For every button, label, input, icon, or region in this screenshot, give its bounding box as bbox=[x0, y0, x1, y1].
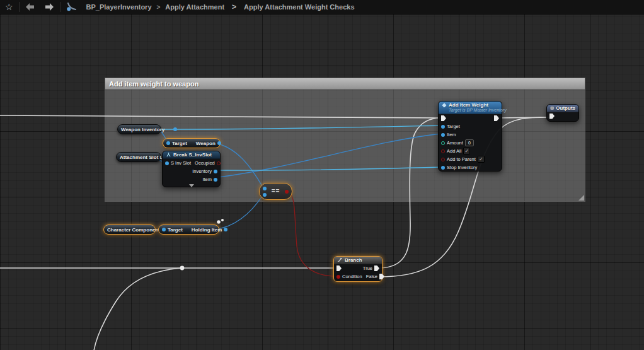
back-arrow-icon bbox=[25, 3, 35, 11]
add-to-parent-checkbox[interactable]: ✓ bbox=[478, 156, 485, 163]
add-item-weight-target-pin[interactable] bbox=[441, 125, 445, 129]
breadcrumb-separator: > bbox=[157, 4, 161, 11]
nav-forward-button[interactable] bbox=[40, 0, 59, 14]
breadcrumb-item-blueprint[interactable]: BP_PlayerInventory bbox=[86, 3, 152, 11]
add-item-weight-item-pin[interactable] bbox=[441, 133, 445, 137]
add-item-weight-amount-label: Amount bbox=[447, 140, 463, 146]
add-all-label: Add All bbox=[447, 148, 461, 154]
blueprint-asset-button[interactable] bbox=[61, 0, 83, 14]
reroute-node[interactable] bbox=[180, 266, 185, 271]
node-break-s-invslot[interactable]: Break S_InvSlot S Inv Slot Occupied Inve… bbox=[162, 151, 221, 187]
get-holding-item-target-label: Target bbox=[168, 227, 183, 233]
attachment-slot-label: Attachment Slot L bbox=[120, 155, 163, 160]
wire-exec-entry-to-add-item-weight[interactable] bbox=[0, 115, 441, 118]
function-icon bbox=[442, 103, 447, 108]
amount-value-input[interactable]: 0 bbox=[465, 139, 474, 146]
node-get-character-component[interactable]: Character Component bbox=[103, 225, 156, 235]
get-holding-item-output-label: Holding Item bbox=[192, 227, 222, 233]
branch-header[interactable]: Branch bbox=[334, 257, 382, 264]
equals-output-pin[interactable] bbox=[285, 190, 289, 194]
add-item-weight-subtitle: Target is BP Master Inventory bbox=[442, 108, 498, 114]
wire-holding-item-to-equals[interactable] bbox=[214, 196, 262, 230]
wire-equals-to-branch-condition[interactable] bbox=[288, 191, 336, 276]
breadcrumb-toolbar: ☆ BP_PlayerInventory > Apply Attachment … bbox=[0, 0, 644, 15]
get-weapon-target-label: Target bbox=[172, 141, 187, 146]
get-weapon-target-pin[interactable] bbox=[166, 141, 170, 145]
forward-arrow-icon bbox=[45, 3, 54, 11]
add-all-checkbox[interactable]: ✓ bbox=[463, 148, 470, 155]
star-icon: ☆ bbox=[5, 1, 13, 13]
wire-weapon-inventory-to-target[interactable] bbox=[156, 125, 441, 129]
node-get-attachment-slot[interactable]: Attachment Slot L bbox=[116, 152, 161, 162]
break-s-inv-slot-input-pin[interactable] bbox=[165, 161, 169, 165]
stop-inventory-label: Stop Inventory bbox=[447, 165, 477, 170]
breadcrumb-item-graph[interactable]: Apply Attachment Weight Checks bbox=[244, 3, 354, 11]
add-item-weight-title: Add Item Weight bbox=[449, 102, 488, 108]
blueprint-graph-canvas[interactable]: Add item weight to weapon Weapon Invento… bbox=[0, 0, 644, 350]
break-occupied-label: Occupied bbox=[195, 160, 215, 166]
node-equal-equal[interactable]: == bbox=[259, 183, 292, 200]
branch-title: Branch bbox=[345, 257, 362, 263]
toolbar-divider bbox=[60, 2, 60, 12]
break-node-title: Break S_InvSlot bbox=[173, 152, 212, 158]
weapon-inventory-label: Weapon Inventory bbox=[121, 127, 164, 132]
branch-icon bbox=[337, 257, 343, 263]
node-outputs[interactable]: Outputs bbox=[546, 104, 579, 122]
break-inventory-label: Inventory bbox=[192, 168, 212, 174]
node-get-holding-item[interactable]: Target Holding Item bbox=[158, 225, 219, 235]
add-item-weight-add-to-parent-pin[interactable] bbox=[441, 158, 445, 161]
branch-exec-in-pin[interactable] bbox=[336, 265, 342, 271]
branch-true-label: True bbox=[363, 265, 372, 271]
node-get-weapon-inventory[interactable]: Weapon Inventory bbox=[117, 124, 161, 134]
outputs-result-icon bbox=[550, 105, 554, 111]
break-s-inv-slot-label: S Inv Slot bbox=[171, 160, 191, 166]
add-item-weight-target-label: Target bbox=[447, 124, 460, 129]
advanced-pins-chevron-icon[interactable] bbox=[189, 184, 194, 187]
branch-true-out-pin[interactable] bbox=[374, 265, 379, 271]
get-weapon-output-pin[interactable] bbox=[217, 141, 221, 145]
break-item-label: Item bbox=[202, 177, 212, 182]
add-item-weight-header[interactable]: Add Item Weight Target is BP Master Inve… bbox=[439, 102, 502, 114]
dangling-wire-dot-small bbox=[221, 219, 224, 221]
toolbar-divider bbox=[19, 2, 20, 12]
wire-weapon-to-equals[interactable] bbox=[215, 143, 262, 186]
add-item-weight-amount-pin[interactable] bbox=[441, 141, 445, 145]
favorite-star-button[interactable]: ☆ bbox=[0, 0, 18, 14]
add-item-weight-add-all-pin[interactable] bbox=[441, 149, 445, 153]
break-struct-icon bbox=[166, 152, 171, 158]
add-item-weight-exec-in-pin[interactable] bbox=[441, 115, 446, 121]
break-item-output-pin[interactable] bbox=[214, 178, 217, 182]
break-node-header[interactable]: Break S_InvSlot bbox=[163, 151, 220, 159]
branch-false-label: False bbox=[366, 274, 377, 279]
break-inventory-output-pin[interactable] bbox=[214, 170, 217, 173]
character-component-label: Character Component bbox=[107, 227, 160, 233]
node-add-item-weight[interactable]: Add Item Weight Target is BP Master Inve… bbox=[438, 101, 502, 172]
add-item-weight-exec-out-pin[interactable] bbox=[494, 115, 499, 121]
node-get-weapon[interactable]: Target Weapon bbox=[163, 138, 221, 148]
get-weapon-output-label: Weapon bbox=[196, 141, 216, 146]
outputs-header[interactable]: Outputs bbox=[547, 105, 578, 112]
wire-exec-branch-true-to-add-item-weight[interactable] bbox=[379, 118, 441, 268]
outputs-exec-in-pin[interactable] bbox=[549, 114, 555, 119]
wire-layer bbox=[0, 0, 644, 350]
get-holding-item-target-pin[interactable] bbox=[162, 228, 166, 231]
dangling-wire-dot bbox=[217, 220, 221, 224]
outputs-title: Outputs bbox=[556, 105, 575, 111]
add-item-weight-item-label: Item bbox=[447, 132, 456, 137]
wire-exec-reroute-down[interactable] bbox=[94, 268, 182, 350]
break-occupied-output-pin[interactable] bbox=[217, 161, 221, 165]
add-to-parent-label: Add to Parent bbox=[447, 156, 476, 162]
add-item-weight-stop-inventory-pin[interactable] bbox=[441, 166, 445, 170]
breadcrumb-separator-large: > bbox=[232, 3, 236, 11]
branch-condition-pin[interactable] bbox=[336, 275, 340, 279]
blueprint-lens-icon bbox=[66, 2, 78, 12]
breadcrumb-item-function[interactable]: Apply Attachment bbox=[165, 3, 224, 11]
branch-condition-label: Condition bbox=[342, 274, 362, 279]
nav-back-button[interactable] bbox=[20, 0, 40, 14]
node-branch[interactable]: Branch True Condition False bbox=[333, 256, 382, 282]
